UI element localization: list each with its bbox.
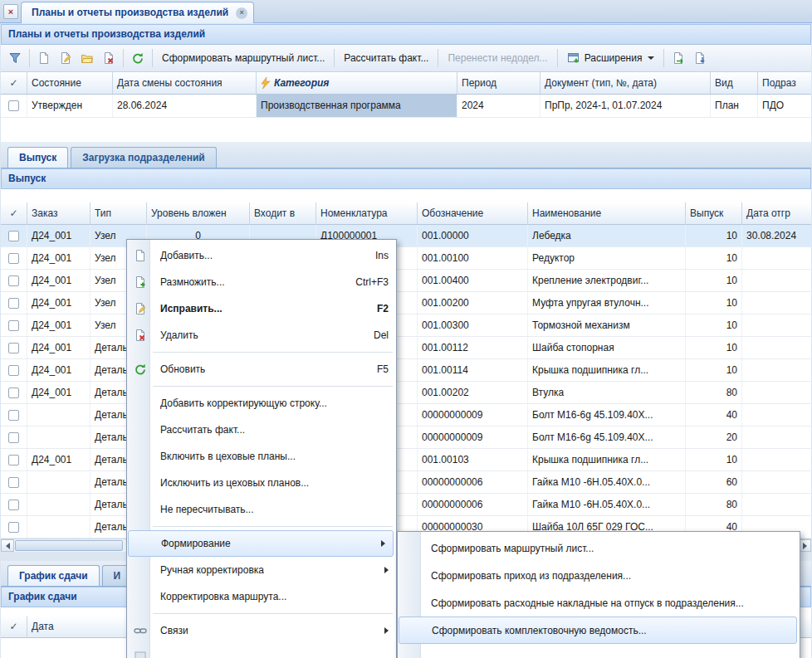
column-header-level[interactable]: Уровень вложен <box>147 202 250 224</box>
check-column-header[interactable]: ✓ <box>1 72 27 94</box>
table-row[interactable]: Утвержден 28.06.2024 Производственная пр… <box>1 95 811 118</box>
row-checkbox[interactable] <box>1 471 27 493</box>
menu-item-cut[interactable] <box>127 644 396 658</box>
menu-item-include-shop-plans[interactable]: Включить в цеховые планы... <box>127 443 396 470</box>
column-header-state[interactable]: Состояние <box>27 72 113 94</box>
column-header-designation[interactable]: Обозначение <box>418 202 528 224</box>
scroll-left-button[interactable] <box>1 539 14 552</box>
table-row[interactable]: Д24_001 Узел 001.00200 Муфта упругая вту… <box>1 292 811 314</box>
tab-load-departments[interactable]: Загрузка подразделений <box>71 147 216 168</box>
row-checkbox[interactable] <box>1 359 27 381</box>
column-header-period[interactable]: Период <box>457 72 541 94</box>
table-row[interactable]: Д24_001 Узел 001.00100 Редуктор 10 <box>1 247 811 270</box>
close-tab-button[interactable]: × <box>3 4 18 19</box>
checkbox[interactable] <box>8 455 19 465</box>
checkbox[interactable] <box>8 410 19 421</box>
export-button[interactable] <box>668 47 689 69</box>
row-checkbox[interactable] <box>1 95 27 117</box>
import-button[interactable] <box>689 47 711 69</box>
menu-item-manual-correction[interactable]: Ручная корректировка <box>127 557 396 583</box>
table-row[interactable]: Деталь 00000000009 Болт М16-6g 45.109.40… <box>1 404 811 426</box>
column-header-parent[interactable]: Входит в <box>250 202 316 224</box>
document-tab[interactable]: Планы и отчеты производства изделий × <box>21 2 254 23</box>
delete-button[interactable] <box>98 47 120 69</box>
checkbox[interactable] <box>8 477 19 488</box>
table-row[interactable]: Д24_001 Узел 001.00300 Тормозной механиз… <box>1 314 811 337</box>
table-row[interactable]: Д24_001 Узел 001.00400 Крепление электро… <box>1 270 811 292</box>
checkbox[interactable] <box>8 500 19 510</box>
row-checkbox[interactable] <box>1 292 27 314</box>
menu-item-calc-fact[interactable]: Рассчитать факт... <box>127 417 396 443</box>
column-header-qty[interactable]: Выпуск <box>686 202 742 224</box>
row-checkbox[interactable] <box>1 516 27 538</box>
row-checkbox[interactable] <box>1 404 27 426</box>
format-route-sheet-button[interactable]: Сформировать маршрутный лист... <box>156 49 330 67</box>
row-checkbox[interactable] <box>1 225 27 246</box>
column-header-ship-date[interactable]: Дата отгр <box>742 202 811 224</box>
checkbox[interactable] <box>8 320 19 331</box>
refresh-button[interactable] <box>127 47 149 69</box>
tab-output[interactable]: Выпуск <box>7 147 68 168</box>
filter-button[interactable] <box>4 47 26 69</box>
menu-item-add-correction-row[interactable]: Добавить корректирующую строку... <box>127 390 396 417</box>
checkbox[interactable] <box>8 343 19 353</box>
row-checkbox[interactable] <box>1 494 27 515</box>
row-checkbox[interactable] <box>1 382 27 403</box>
menu-item-duplicate[interactable]: Размножить... Ctrl+F3 <box>127 269 396 295</box>
submenu-item-receipt-from-department[interactable]: Сформировать приход из подразделения... <box>398 562 800 589</box>
check-column-header[interactable]: ✓ <box>1 202 27 224</box>
column-header-category[interactable]: Категория <box>257 72 457 94</box>
row-checkbox[interactable] <box>1 426 27 448</box>
extensions-button[interactable]: Расширения <box>561 48 661 68</box>
add-button[interactable] <box>33 47 55 69</box>
checkbox[interactable] <box>8 432 19 443</box>
table-row[interactable]: Д24_001 Деталь 001.00112 Шайба стопорная… <box>1 337 811 359</box>
scrollbar-thumb[interactable] <box>15 540 123 551</box>
row-checkbox[interactable] <box>1 314 27 336</box>
row-checkbox[interactable] <box>1 337 27 358</box>
menu-item-formation[interactable]: Формирование <box>128 530 394 557</box>
table-row[interactable]: Деталь 00000000006 Гайка М10 -6Н.05.40Х.… <box>1 471 811 494</box>
column-header-nomenclature[interactable]: Номенклатура <box>316 202 418 224</box>
table-row[interactable]: Д24_001 Узел 0 Д100000001 001.00000 Лебе… <box>1 225 811 247</box>
row-checkbox[interactable] <box>1 247 27 269</box>
checkbox[interactable] <box>8 275 19 286</box>
column-header-dept[interactable]: Подраз <box>758 72 811 94</box>
table-row[interactable]: Деталь 00000000006 Гайка М10 -6Н.05.40Х.… <box>1 494 811 516</box>
menu-item-delete[interactable]: Удалить Del <box>127 322 396 348</box>
checkbox[interactable] <box>8 253 19 264</box>
menu-item-links[interactable]: Связи <box>127 617 396 644</box>
row-checkbox[interactable] <box>1 449 27 470</box>
column-header-order[interactable]: Заказ <box>27 202 90 224</box>
tab-schedule[interactable]: График сдачи <box>7 565 100 586</box>
menu-item-route-correction[interactable]: Корректировка маршрута... <box>127 583 396 610</box>
submenu-item-expense-invoices[interactable]: Сформировать расходные накладные на отпу… <box>398 589 800 617</box>
checkbox[interactable] <box>8 298 19 309</box>
column-header-state-date[interactable]: Дата смены состояния <box>113 72 257 94</box>
checkbox[interactable] <box>8 387 19 398</box>
column-header-kind[interactable]: Вид <box>711 72 758 94</box>
menu-item-exclude-shop-plans[interactable]: Исключить из цеховых планов... <box>127 470 396 496</box>
table-row[interactable]: Д24_001 Деталь 001.00114 Крышка подшипни… <box>1 359 811 382</box>
menu-item-no-recalc[interactable]: Не пересчитывать... <box>127 496 396 523</box>
check-column-header[interactable]: ✓ <box>1 616 27 637</box>
checkbox[interactable] <box>8 231 19 241</box>
menu-item-refresh[interactable]: Обновить F5 <box>127 356 396 383</box>
checkbox[interactable] <box>8 365 19 376</box>
column-header-document[interactable]: Документ (тип, №, дата) <box>541 72 711 94</box>
column-header-type[interactable]: Тип <box>90 202 147 224</box>
table-row[interactable]: Д24_001 Деталь 001.00103 Крышка подшипни… <box>1 449 811 471</box>
column-header-date[interactable]: Дата <box>27 616 127 637</box>
menu-item-edit[interactable]: Исправить... F2 <box>127 295 396 322</box>
checkbox[interactable] <box>8 100 19 111</box>
submenu-item-picking-list[interactable]: Сформировать комплектовочную ведомость..… <box>399 617 797 644</box>
table-row[interactable]: Деталь 00000000009 Болт М16-6g 45.109.40… <box>1 426 811 449</box>
table-row[interactable]: Д24_001 Деталь 001.00202 Втулка 80 <box>1 382 811 404</box>
column-header-name[interactable]: Наименование <box>528 202 686 224</box>
calc-fact-button[interactable]: Рассчитать факт... <box>338 49 434 67</box>
checkbox[interactable] <box>8 522 19 533</box>
submenu-item-route-sheet[interactable]: Сформировать маршрутный лист... <box>398 534 800 562</box>
open-button[interactable] <box>76 47 98 69</box>
row-checkbox[interactable] <box>1 270 27 291</box>
edit-button[interactable] <box>55 47 76 69</box>
